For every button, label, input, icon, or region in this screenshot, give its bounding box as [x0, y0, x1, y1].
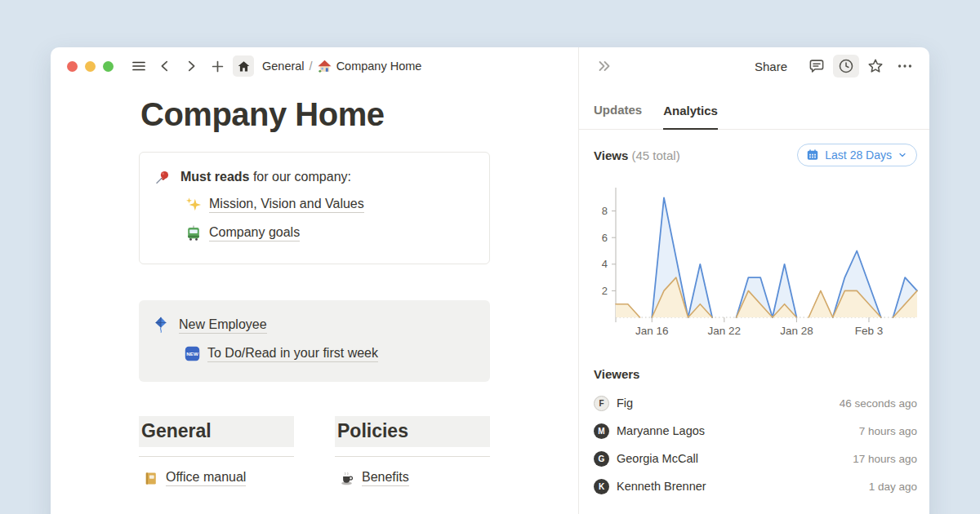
- ellipsis-icon: [896, 57, 914, 75]
- divider: [139, 456, 294, 457]
- svg-text:2: 2: [602, 285, 608, 297]
- tab-updates[interactable]: Updates: [594, 103, 642, 129]
- must-reads-link-row: Mission, Vision and Values: [185, 190, 475, 219]
- tram-icon: [185, 225, 202, 241]
- avatar: M: [594, 423, 609, 439]
- link-first-week-todo[interactable]: To Do/Read in your first week: [207, 346, 378, 362]
- new-page-button[interactable]: [207, 55, 228, 77]
- minimize-window-button[interactable]: [85, 61, 96, 72]
- svg-text:8: 8: [602, 205, 608, 217]
- svg-text:NEW: NEW: [186, 351, 198, 357]
- analytics-panel: Share: [578, 47, 929, 514]
- favorite-button[interactable]: [862, 55, 889, 78]
- breadcrumb-page[interactable]: Company Home: [336, 60, 422, 73]
- main-topbar: General / Company Home: [51, 47, 578, 85]
- sparkles-icon: [185, 197, 202, 213]
- column-general: General Office manual: [139, 416, 294, 486]
- coffee-icon: [339, 471, 354, 486]
- link-benefits[interactable]: Benefits: [362, 470, 409, 486]
- svg-text:Jan 22: Jan 22: [708, 325, 742, 337]
- svg-text:4: 4: [602, 258, 608, 270]
- column-policies: Policies Benefits: [335, 416, 490, 486]
- views-chart-container: 2468Jan 16Jan 22Jan 28Feb 3: [586, 175, 923, 343]
- viewers-heading: Viewers: [594, 367, 917, 381]
- pushpin-icon: [154, 169, 171, 186]
- zoom-window-button[interactable]: [103, 61, 114, 72]
- views-total: (45 total): [631, 148, 679, 162]
- must-reads-link-row: Company goals: [185, 219, 475, 247]
- back-button[interactable]: [154, 55, 176, 77]
- main-panel: General / Company Home Company Home: [51, 47, 578, 514]
- viewer-name: Georgia McCall: [617, 452, 698, 465]
- star-icon: [866, 57, 884, 75]
- forward-button[interactable]: [180, 55, 202, 77]
- breadcrumb: General / Company Home: [262, 60, 421, 73]
- svg-text:Feb 3: Feb 3: [855, 325, 884, 337]
- window-controls: [67, 61, 114, 72]
- must-reads-callout: Must reads for our company: Mission, Vis…: [139, 152, 490, 264]
- collapse-panel-button[interactable]: [594, 55, 615, 77]
- svg-text:Jan 28: Jan 28: [780, 325, 813, 337]
- panel-topbar: Share: [579, 47, 929, 85]
- page-title[interactable]: Company Home: [140, 96, 385, 133]
- tab-analytics[interactable]: Analytics: [663, 104, 718, 130]
- viewer-row: K Kenneth Brenner 1 day ago: [594, 472, 917, 500]
- views-label: Views (45 total): [594, 148, 680, 162]
- breadcrumb-section[interactable]: General: [262, 60, 305, 73]
- avatar: K: [594, 479, 609, 494]
- share-button[interactable]: Share: [755, 60, 787, 73]
- more-button[interactable]: [892, 55, 918, 78]
- new-employee-link-row: NEW To Do/Read in your first week: [185, 339, 476, 368]
- avatar: G: [594, 451, 609, 467]
- calendar-icon: [806, 148, 819, 162]
- link-new-employee[interactable]: New Employee: [179, 317, 267, 334]
- new-employee-callout: New Employee NEW To Do/Read in your firs…: [139, 300, 490, 382]
- viewer-time: 7 hours ago: [859, 425, 917, 437]
- avatar: F: [594, 396, 609, 411]
- panel-tabs: Updates Analytics: [579, 85, 929, 130]
- section-columns: General Office manual Policies: [139, 416, 490, 486]
- svg-text:6: 6: [602, 232, 608, 244]
- viewer-row: F Fig 46 seconds ago: [594, 389, 917, 417]
- chevron-down-icon: [898, 150, 907, 160]
- office-manual-row: Office manual: [139, 470, 294, 486]
- breadcrumb-separator: /: [310, 60, 313, 73]
- svg-text:Jan 16: Jan 16: [635, 325, 669, 337]
- kite-icon: [153, 317, 169, 335]
- viewer-time: 46 seconds ago: [840, 397, 917, 410]
- plus-icon: [210, 59, 225, 74]
- chevron-right-icon: [184, 59, 198, 73]
- heading-policies[interactable]: Policies: [335, 416, 490, 447]
- viewer-time: 1 day ago: [869, 481, 917, 493]
- viewer-name: Fig: [617, 397, 633, 410]
- hamburger-icon: [131, 58, 147, 74]
- home-button[interactable]: [233, 55, 254, 77]
- viewers-section: Viewers F Fig 46 seconds ago M Maryanne …: [594, 367, 917, 500]
- home-icon: [237, 60, 251, 73]
- must-reads-lead: Must reads for our company:: [180, 170, 351, 184]
- views-chart: 2468Jan 16Jan 22Jan 28Feb 3: [586, 175, 924, 339]
- viewer-name: Kenneth Brenner: [617, 480, 706, 493]
- date-range-button[interactable]: Last 28 Days: [797, 144, 917, 166]
- viewer-name: Maryanne Lagos: [617, 424, 705, 437]
- clock-icon: [837, 57, 855, 75]
- history-button[interactable]: [833, 55, 859, 78]
- link-company-goals[interactable]: Company goals: [209, 225, 300, 241]
- house-page-icon: [318, 60, 332, 73]
- notebook-icon: [143, 471, 158, 486]
- sidebar-toggle-button[interactable]: [128, 55, 149, 77]
- chevron-left-icon: [158, 59, 172, 73]
- viewer-time: 17 hours ago: [853, 453, 917, 465]
- close-window-button[interactable]: [67, 61, 78, 72]
- double-chevron-right-icon: [596, 58, 612, 74]
- link-office-manual[interactable]: Office manual: [166, 470, 246, 486]
- app-window: General / Company Home Company Home: [51, 47, 929, 514]
- date-range-label: Last 28 Days: [825, 148, 892, 162]
- viewer-row: G Georgia McCall 17 hours ago: [594, 445, 917, 472]
- views-header-row: Views (45 total) Last 28 Days: [594, 144, 917, 166]
- link-mission-vision-values[interactable]: Mission, Vision and Values: [209, 197, 364, 213]
- desktop-background: { "breadcrumb": { "section": "General", …: [0, 0, 980, 514]
- comments-button[interactable]: [804, 55, 830, 78]
- new-badge-icon: NEW: [185, 346, 200, 361]
- heading-general[interactable]: General: [139, 416, 294, 447]
